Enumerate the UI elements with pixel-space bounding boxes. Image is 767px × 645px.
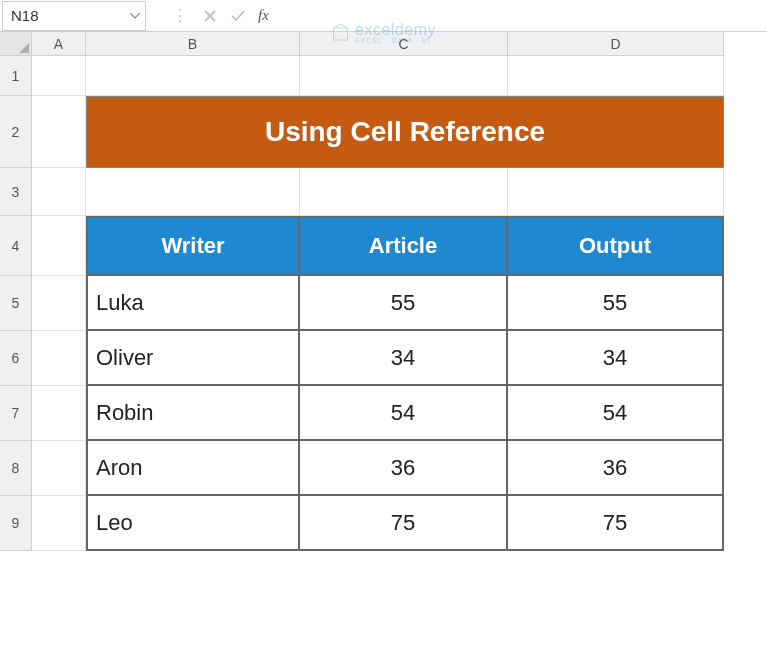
- table-cell[interactable]: 54: [300, 386, 508, 441]
- table-row: Aron3636: [86, 441, 724, 496]
- col-header-D[interactable]: D: [508, 32, 724, 56]
- th-output[interactable]: Output: [508, 216, 724, 276]
- row-header-3[interactable]: 3: [0, 168, 32, 216]
- table-cell[interactable]: 34: [300, 331, 508, 386]
- watermark-icon: [331, 24, 349, 42]
- cell[interactable]: [32, 216, 86, 276]
- title-text: Using Cell Reference: [265, 116, 545, 148]
- chevron-down-icon[interactable]: [125, 2, 145, 30]
- table-row: Luka5555: [86, 276, 724, 331]
- fx-icon[interactable]: fx: [258, 7, 269, 24]
- name-box-value: N18: [3, 7, 125, 24]
- row-header-9[interactable]: 9: [0, 496, 32, 551]
- title-banner[interactable]: Using Cell Reference: [86, 96, 724, 168]
- divider-icon: ⋮: [172, 6, 188, 25]
- select-all-corner[interactable]: [0, 32, 32, 56]
- cell[interactable]: [32, 96, 86, 168]
- row-header-7[interactable]: 7: [0, 386, 32, 441]
- table-cell[interactable]: Aron: [86, 441, 300, 496]
- spreadsheet-grid: A B C D 123456789 Using Cell Reference W…: [0, 32, 767, 56]
- table-cell[interactable]: 55: [508, 276, 724, 331]
- data-table: Writer Article Output Luka5555Oliver3434…: [86, 216, 724, 551]
- cell[interactable]: [32, 331, 86, 386]
- cell[interactable]: [300, 168, 508, 216]
- cell[interactable]: [32, 276, 86, 331]
- name-box[interactable]: N18: [2, 1, 146, 31]
- cell[interactable]: [300, 56, 508, 96]
- table-cell[interactable]: 55: [300, 276, 508, 331]
- th-article[interactable]: Article: [300, 216, 508, 276]
- row-header-6[interactable]: 6: [0, 331, 32, 386]
- th-writer[interactable]: Writer: [86, 216, 300, 276]
- row-headers: 123456789: [0, 56, 32, 551]
- check-icon[interactable]: [226, 4, 250, 28]
- cell[interactable]: [32, 386, 86, 441]
- table-header-row: Writer Article Output: [86, 216, 724, 276]
- watermark-subtext: EXCEL · DATA · BI: [355, 37, 436, 44]
- table-cell[interactable]: Leo: [86, 496, 300, 551]
- col-header-A[interactable]: A: [32, 32, 86, 56]
- row-header-2[interactable]: 2: [0, 96, 32, 168]
- table-cell[interactable]: 36: [300, 441, 508, 496]
- table-cell[interactable]: 75: [508, 496, 724, 551]
- cell[interactable]: [508, 168, 724, 216]
- row-header-8[interactable]: 8: [0, 441, 32, 496]
- cell[interactable]: [508, 56, 724, 96]
- table-row: Robin5454: [86, 386, 724, 441]
- table-row: Oliver3434: [86, 331, 724, 386]
- table-cell[interactable]: 75: [300, 496, 508, 551]
- cell[interactable]: [32, 56, 86, 96]
- table-cell[interactable]: 54: [508, 386, 724, 441]
- table-row: Leo7575: [86, 496, 724, 551]
- svg-rect-0: [333, 28, 347, 40]
- row-header-4[interactable]: 4: [0, 216, 32, 276]
- cell[interactable]: [32, 168, 86, 216]
- col-header-B[interactable]: B: [86, 32, 300, 56]
- table-cell[interactable]: 34: [508, 331, 724, 386]
- cell[interactable]: [86, 56, 300, 96]
- watermark: exceldemy EXCEL · DATA · BI: [331, 21, 436, 44]
- table-cell[interactable]: Luka: [86, 276, 300, 331]
- cancel-icon[interactable]: [198, 4, 222, 28]
- table-cell[interactable]: Robin: [86, 386, 300, 441]
- row-header-5[interactable]: 5: [0, 276, 32, 331]
- row-header-1[interactable]: 1: [0, 56, 32, 96]
- cell[interactable]: [32, 441, 86, 496]
- formula-controls: ⋮ fx: [166, 4, 269, 28]
- cell[interactable]: [86, 168, 300, 216]
- cell[interactable]: [32, 496, 86, 551]
- table-cell[interactable]: 36: [508, 441, 724, 496]
- table-cell[interactable]: Oliver: [86, 331, 300, 386]
